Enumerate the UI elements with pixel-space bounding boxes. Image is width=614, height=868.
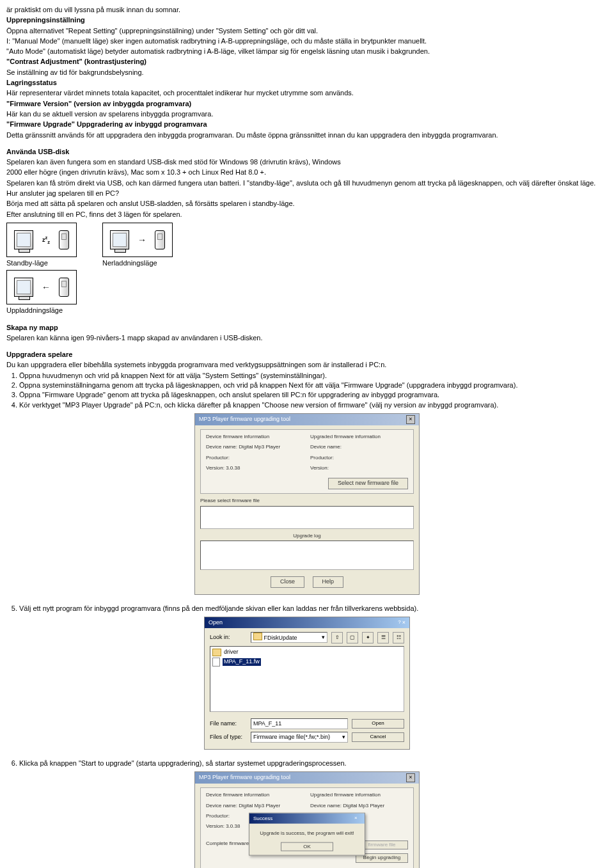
look-in-value: FDiskUpdate: [264, 635, 297, 641]
text-line: Spelaren kan få ström direkt via USB, oc…: [6, 178, 608, 187]
upload-label: Uppladdningsläge: [6, 306, 63, 315]
close-icon[interactable]: ×: [354, 816, 361, 822]
file-type-dropdown[interactable]: Firmware image file(*.fw;*.bin) ▾: [251, 732, 348, 743]
close-icon[interactable]: ×: [406, 415, 415, 424]
dev-name-value: Digital Mp3 Player: [239, 803, 280, 809]
upgrade-step-2: Öppna systeminställningarna genom att tr…: [19, 381, 608, 390]
dialog-title-text: MP3 Player firmware upgrading tool: [199, 416, 290, 423]
dialog-titlebar: Success ×: [249, 814, 365, 824]
productor-label: Productor:: [206, 455, 304, 461]
heading-storage-status: Lagringsstatus: [6, 78, 608, 87]
version-label: Version:: [310, 465, 408, 471]
upgrade-log-label: Upgrade log: [200, 533, 414, 539]
close-icon[interactable]: ×: [402, 619, 405, 627]
up-folder-icon[interactable]: ⇧: [331, 632, 343, 643]
dialog-titlebar: Open ? ×: [205, 617, 409, 628]
standby-label: Standby-läge: [6, 258, 48, 267]
firmware-info-group: Device firmware information Device name:…: [200, 787, 414, 868]
dev-name-value: Digital Mp3 Player: [239, 444, 280, 450]
mode-icons-row: zzz Standby-läge → Nerladdningsläge: [6, 223, 608, 267]
dialog-title-text: Open: [209, 619, 223, 627]
upgrade-log-box: [200, 541, 414, 570]
version-label: Version:: [206, 823, 224, 829]
cancel-button[interactable]: Cancel: [352, 732, 404, 741]
list-view-icon[interactable]: ☰: [377, 632, 389, 643]
text-line: "Auto Mode" (automatiskt läge) betyder a…: [6, 47, 608, 56]
dev-name-label: Device name:: [206, 803, 237, 809]
text-line: Öppna alternativet "Repeat Setting" (upp…: [6, 26, 608, 35]
chevron-down-icon[interactable]: ▾: [322, 633, 325, 642]
dev-name-label: Device name:: [206, 444, 237, 450]
group-label: Device firmware information: [206, 792, 304, 798]
version-value: 3.0.38: [226, 823, 240, 829]
text-line: Detta gränssnitt används för att uppgrad…: [6, 130, 608, 139]
productor-label: Productor:: [310, 455, 408, 461]
close-icon[interactable]: ×: [406, 773, 415, 782]
new-folder-icon[interactable]: ✦: [362, 632, 374, 643]
ok-button[interactable]: OK: [281, 842, 333, 851]
firmware-tool-dialog-1: MP3 Player firmware upgrading tool × Dev…: [194, 413, 420, 595]
group-label: Device firmware information: [206, 434, 304, 440]
success-popup: Success × Upgrade is success, the progra…: [249, 813, 365, 856]
please-select-label: Please select firmware file: [200, 498, 414, 504]
upgrade-steps-list: Öppna huvudmenyn och vrid på knappen Nex…: [6, 371, 608, 409]
open-button[interactable]: Open: [352, 719, 404, 728]
list-item[interactable]: MPA_F_11.fw: [212, 658, 402, 667]
arrow-left-icon: ←: [42, 281, 51, 293]
computer-icon: [14, 230, 33, 249]
text-line: är praktiskt om du vill lyssna på musik …: [6, 5, 608, 14]
help-icon[interactable]: ?: [398, 619, 400, 627]
download-mode-figure: →: [102, 223, 173, 257]
text-line: Här representerar värdet minnets totala …: [6, 88, 608, 97]
computer-icon: [110, 230, 129, 249]
help-button[interactable]: Help: [313, 576, 344, 588]
upload-mode-block: ← Uppladdningsläge: [6, 270, 608, 315]
sleep-icon: zzz: [42, 235, 50, 246]
upgrade-steps-list-cont2: Klicka på knappen "Start to upgrade" (st…: [6, 759, 608, 768]
dialog-title-text: Success: [253, 816, 272, 822]
firmware-tool-dialog-2: MP3 Player firmware upgrading tool × Dev…: [194, 771, 420, 868]
heading-repeat-setting: Upprepningsinställning: [6, 15, 608, 24]
file-type-value: Firmware image file(*.fw;*.bin): [253, 734, 330, 740]
file-type-label: Files of type:: [210, 734, 247, 741]
heading-contrast-adjustment: "Contrast Adjustment" (kontrastjustering…: [6, 57, 608, 66]
success-message: Upgrade is success, the program will exi…: [255, 830, 359, 837]
heading-new-folder: Skapa ny mapp: [6, 323, 608, 332]
select-firmware-button[interactable]: Select new firmware file: [328, 478, 408, 489]
text-line: I: "Manual Mode" (manuellt läge) sker in…: [6, 36, 608, 45]
file-open-dialog: Open ? × Look in: FDiskUpdate ▾ ⇧ ▢ ✦ ☰ …: [204, 617, 410, 750]
text-line: Spelaren kan även fungera som en standar…: [6, 157, 608, 166]
dev-name-value: Digital Mp3 Player: [343, 803, 384, 809]
upgrade-step-4: Kör verktyget "MP3 Player Upgrade" på PC…: [19, 400, 608, 409]
computer-icon: [14, 278, 33, 297]
heading-firmware-version: "Firmware Version" (version av inbyggda …: [6, 99, 608, 108]
dev-name-label: Device name:: [310, 444, 408, 450]
firmware-file-box: [200, 506, 414, 529]
download-mode-block: → Nerladdningsläge: [102, 223, 173, 267]
text-line: Börja med att sätta på spelaren och ansl…: [6, 199, 608, 208]
upgrade-step-1: Öppna huvudmenyn och vrid på knappen Nex…: [19, 371, 608, 380]
look-in-dropdown[interactable]: FDiskUpdate ▾: [251, 632, 327, 643]
text-line: Spelaren kan känna igen 99-nivåers-1 map…: [6, 333, 608, 342]
text-line: Hur ansluter jag spelaren till en PC?: [6, 189, 608, 198]
file-name-input[interactable]: MPA_F_11: [251, 718, 348, 729]
upload-mode-figure: ←: [6, 270, 77, 304]
heading-firmware-upgrade: "Firmware Upgrade" Uppgradering av inbyg…: [6, 120, 608, 129]
folder-icon: [212, 649, 221, 656]
heading-upgrade-player: Uppgradera spelare: [6, 350, 608, 359]
selected-file-name: MPA_F_11.fw: [223, 658, 261, 666]
file-list[interactable]: driver MPA_F_11.fw: [210, 646, 404, 712]
list-item[interactable]: driver: [212, 649, 402, 656]
upgrade-step-3: Öppna "Firmware Upgrade" genom att tryck…: [19, 390, 608, 399]
desktop-icon[interactable]: ▢: [347, 632, 358, 643]
upgrade-step-6: Klicka på knappen "Start to upgrade" (st…: [19, 759, 608, 768]
group-label: Upgraded firmware information: [310, 792, 408, 798]
text-line: Här kan du se aktuell version av spelare…: [6, 109, 608, 118]
close-button[interactable]: Close: [271, 576, 304, 588]
details-view-icon[interactable]: ☷: [393, 632, 404, 643]
dialog-titlebar: MP3 Player firmware upgrading tool ×: [195, 414, 419, 425]
file-icon: [212, 658, 220, 667]
file-name-label: File name:: [210, 720, 247, 728]
chevron-down-icon[interactable]: ▾: [342, 732, 345, 742]
heading-usb-disk: Använda USB-disk: [6, 147, 608, 156]
